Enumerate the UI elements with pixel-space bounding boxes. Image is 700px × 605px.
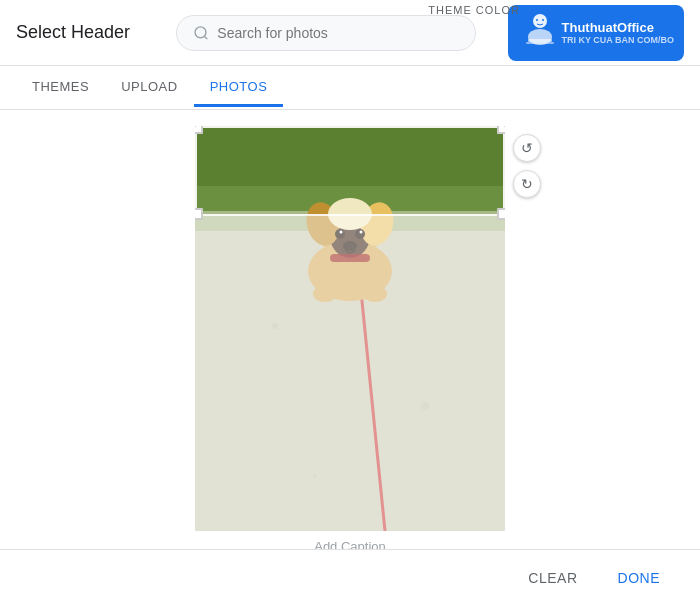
tab-photos[interactable]: PHOTOS — [194, 69, 284, 107]
search-input[interactable] — [217, 25, 459, 41]
logo-name: ThuthuatOffice — [562, 20, 654, 35]
logo-area: ThuthuatOffice TRI KY CUA BAN COM/BO — [508, 5, 685, 61]
rotate-ccw-button[interactable]: ↺ — [513, 134, 541, 162]
logo-text-group: ThuthuatOffice TRI KY CUA BAN COM/BO — [562, 20, 675, 45]
clear-button[interactable]: CLEAR — [512, 562, 593, 594]
main-content: ↺ ↻ Add Caption — [0, 110, 700, 549]
svg-point-0 — [195, 26, 206, 37]
top-bar: Select Header ThuthuatOffice TRI KY CUA … — [0, 0, 700, 66]
svg-point-7 — [542, 19, 544, 21]
dimmed-overlay — [195, 216, 505, 531]
search-icon — [193, 24, 209, 42]
image-container[interactable]: ↺ ↻ — [195, 126, 505, 531]
caption-area[interactable]: Add Caption — [314, 531, 386, 549]
svg-point-6 — [536, 19, 538, 21]
bottom-bar: CLEAR DONE — [0, 549, 700, 605]
rotation-controls: ↺ ↻ — [513, 134, 541, 198]
svg-rect-4 — [528, 39, 552, 42]
rotate-cw-button[interactable]: ↻ — [513, 170, 541, 198]
logo-subtitle: TRI KY CUA BAN COM/BO — [562, 35, 675, 45]
tabs-bar: THEMES UPLOAD PHOTOS — [0, 66, 700, 110]
tab-upload[interactable]: UPLOAD — [105, 69, 193, 107]
theme-color-label: THEME COLOR — [428, 0, 520, 20]
svg-line-1 — [204, 36, 207, 39]
svg-point-2 — [533, 14, 547, 28]
page-title: Select Header — [16, 22, 176, 43]
tab-themes[interactable]: THEMES — [16, 69, 105, 107]
photo-display — [195, 126, 505, 531]
logo-icon — [518, 11, 562, 55]
done-button[interactable]: DONE — [602, 562, 676, 594]
svg-rect-5 — [526, 42, 554, 44]
